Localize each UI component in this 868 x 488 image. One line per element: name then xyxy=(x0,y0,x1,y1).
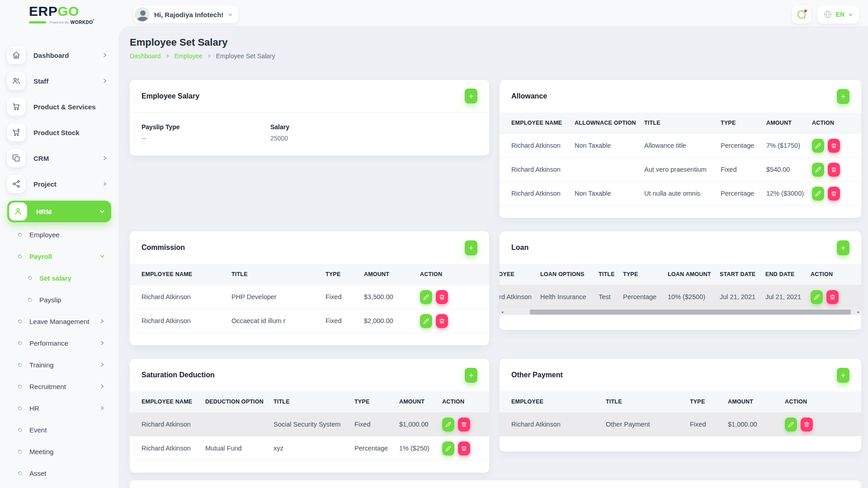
bullet-icon xyxy=(17,470,23,476)
sidebar-item-crm[interactable]: CRM xyxy=(7,149,114,167)
users-icon xyxy=(7,72,25,90)
messenger-button[interactable] xyxy=(792,5,811,23)
table-cell: Fixed xyxy=(326,317,364,324)
chevron-right-icon xyxy=(99,362,105,367)
table-cell: Occaecat id illum r xyxy=(231,317,326,324)
table-cell: Aut vero praesentium xyxy=(644,166,721,173)
table-cell: Social Security System xyxy=(274,421,354,428)
table-row: Richard Atkinson Non Taxable Ut nulla au… xyxy=(500,182,861,206)
trash-icon xyxy=(831,167,837,173)
sidebar-subitem-payslip[interactable]: Payslip xyxy=(28,293,111,306)
breadcrumb-employee-link[interactable]: Employee xyxy=(175,52,203,60)
sidebar-subitem-asset[interactable]: Asset xyxy=(18,466,111,480)
delete-button[interactable] xyxy=(458,418,470,432)
card-title: Other Payment xyxy=(511,371,563,379)
language-selector[interactable]: EN xyxy=(817,5,859,23)
column-header: ACTION xyxy=(442,399,477,405)
plus-icon: + xyxy=(841,244,845,252)
table-header-row: EMPLOYEE NAME DEDUCTION OPTION TITLE TYP… xyxy=(130,391,489,413)
bullet-icon xyxy=(17,427,23,433)
sidebar-item-hrm[interactable]: HRM xyxy=(7,201,111,222)
chevron-down-icon xyxy=(228,12,233,17)
table-cell: Fixed xyxy=(326,293,364,300)
table-cell: xyz xyxy=(274,445,354,452)
sidebar-subitem-payroll[interactable]: Payroll xyxy=(18,249,111,263)
table-row: Richard Atkinson Occaecat id illum r Fix… xyxy=(130,309,489,333)
delete-button[interactable] xyxy=(436,290,448,304)
table-cell: Mutual Fund xyxy=(205,445,274,452)
table-cell: 7% ($1750) xyxy=(766,142,812,149)
logo[interactable]: ERPGO Powered By WORKDO xyxy=(29,4,97,25)
sidebar-subitem-leave-management[interactable]: Leave Management xyxy=(18,314,111,328)
edit-button[interactable] xyxy=(420,314,432,328)
sidebar-subitem-performance[interactable]: Performance xyxy=(18,336,111,350)
table-cell: Richard Atkinson xyxy=(511,142,575,149)
sidebar-subitem-recruitment[interactable]: Recruitment xyxy=(18,380,111,393)
add-other-payment-button[interactable]: + xyxy=(837,368,849,383)
bullet-icon xyxy=(17,362,23,368)
edit-button[interactable] xyxy=(811,290,823,304)
column-header: AMOUNT xyxy=(728,399,785,405)
add-loan-button[interactable]: + xyxy=(837,240,849,255)
horizontal-scrollbar[interactable]: ◄ ► xyxy=(500,309,861,315)
bullet-icon xyxy=(17,384,23,389)
add-commission-button[interactable]: + xyxy=(465,240,477,255)
delete-button[interactable] xyxy=(801,418,813,432)
sidebar-subitem-meeting[interactable]: Meeting xyxy=(18,445,111,458)
edit-button[interactable] xyxy=(442,441,454,455)
column-header: TITLE xyxy=(231,271,326,277)
scroll-left-icon[interactable]: ◄ xyxy=(500,309,505,315)
bullet-icon xyxy=(17,449,23,455)
delete-button[interactable] xyxy=(828,139,840,153)
scroll-right-icon[interactable]: ► xyxy=(856,309,861,315)
add-employee-salary-button[interactable]: + xyxy=(465,89,477,103)
trash-icon xyxy=(439,294,445,300)
copy-icon xyxy=(7,149,25,167)
edit-button[interactable] xyxy=(420,290,432,304)
table-cell: Richard Atkinson xyxy=(511,166,575,173)
column-header: AMOUNT xyxy=(364,271,420,277)
language-code: EN xyxy=(836,11,844,18)
sidebar-item-product-services[interactable]: Product & Services xyxy=(7,98,114,116)
trash-icon xyxy=(439,318,445,324)
table-row: Richard Atkinson Helth Insurance Test Pe… xyxy=(500,285,861,309)
edit-button[interactable] xyxy=(812,187,824,201)
delete-button[interactable] xyxy=(826,290,839,304)
sidebar-subitem-employee[interactable]: Employee xyxy=(18,228,111,241)
loan-table-scroll-area[interactable]: EMPLOYEE LOAN OPTIONS TITLE TYPE LOAN AM… xyxy=(500,264,861,309)
sidebar-subitem-training[interactable]: Training xyxy=(18,358,111,371)
delete-button[interactable] xyxy=(436,314,448,328)
sidebar-item-project[interactable]: Project xyxy=(7,175,114,193)
sidebar-subitem-event[interactable]: Event xyxy=(18,423,111,436)
table-cell: Allowance title xyxy=(644,142,721,149)
edit-button[interactable] xyxy=(442,418,454,432)
sidebar-item-product-stock[interactable]: Product Stock xyxy=(7,123,114,141)
edit-button[interactable] xyxy=(785,418,797,432)
sidebar-subitem-hr[interactable]: HR xyxy=(18,401,111,415)
add-saturation-deduction-button[interactable]: + xyxy=(465,368,477,383)
edit-button[interactable] xyxy=(812,139,824,153)
edit-button[interactable] xyxy=(812,163,824,177)
share-icon xyxy=(7,175,25,193)
breadcrumb-dashboard-link[interactable]: Dashboard xyxy=(130,52,161,60)
chevron-right-icon xyxy=(99,405,105,411)
sidebar-subitem-set-salary[interactable]: Set salary xyxy=(28,271,111,285)
sidebar-item-staff[interactable]: Staff xyxy=(7,72,114,90)
column-header: ACTION xyxy=(811,271,852,277)
sidebar: ERPGO Powered By WORKDO Dashboard Staff xyxy=(0,0,118,488)
add-allowance-button[interactable]: + xyxy=(837,89,849,104)
avatar xyxy=(135,7,150,22)
delete-button[interactable] xyxy=(828,163,840,177)
powered-by-label: Powered By xyxy=(50,21,69,24)
scrollbar-thumb[interactable] xyxy=(530,310,851,314)
main-content: Employee Set Salary Dashboard Employee E… xyxy=(130,36,861,488)
table-header-row: EMPLOYEE NAME ALLOWNACE OPTION TITLE TYP… xyxy=(500,113,861,134)
page-title: Employee Set Salary xyxy=(130,36,861,49)
sidebar-item-dashboard[interactable]: Dashboard xyxy=(7,46,114,64)
table-row: Richard Atkinson Other Payment Fixed $1,… xyxy=(500,413,861,436)
user-dropdown[interactable]: Hi, Rajodiya Infotech! xyxy=(134,6,238,23)
column-header: LOAN OPTIONS xyxy=(540,271,599,277)
column-header: AMOUNT xyxy=(399,399,442,405)
delete-button[interactable] xyxy=(458,441,470,455)
delete-button[interactable] xyxy=(828,187,840,201)
